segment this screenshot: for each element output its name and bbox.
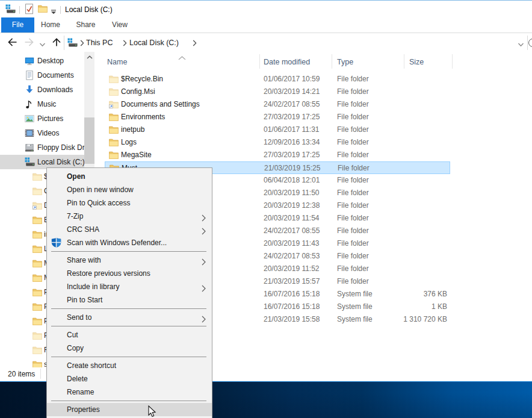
file-type: System file xyxy=(337,290,373,298)
column-separator[interactable] xyxy=(404,54,404,69)
file-date: 20/03/2019 14:21 xyxy=(264,87,320,96)
menu-item-send-to[interactable]: Send to xyxy=(47,311,212,324)
file-type: System file xyxy=(337,315,373,323)
column-separator[interactable] xyxy=(259,54,260,69)
menu-item-rename[interactable]: Rename xyxy=(47,385,212,399)
table-row[interactable]: Config.Msi20/03/2019 14:21File folder xyxy=(105,86,450,98)
menu-item-delete[interactable]: Delete xyxy=(47,372,212,385)
address-drive-icon xyxy=(67,38,78,49)
menu-item-share-with[interactable]: Share with xyxy=(47,254,212,267)
address-dropdown-chevron-icon[interactable] xyxy=(518,40,524,49)
file-name: $Recycle.Bin xyxy=(121,75,163,83)
menu-separator xyxy=(51,326,206,326)
file-type: File folder xyxy=(337,138,369,146)
menu-item-restore-previous-versions[interactable]: Restore previous versions xyxy=(47,267,212,280)
file-date: 27/03/2019 17:25 xyxy=(264,151,320,159)
file-date: 21/03/2019 15:57 xyxy=(264,277,320,285)
tab-file[interactable]: File xyxy=(1,17,34,33)
menu-item-label: Scan with Windows Defender... xyxy=(67,239,167,247)
file-name: Config.Msi xyxy=(121,87,155,96)
breadcrumb-this-pc[interactable]: This PC xyxy=(86,39,113,47)
column-header-size[interactable]: Size xyxy=(409,58,424,66)
menu-item-cut[interactable]: Cut xyxy=(47,328,212,342)
table-row[interactable]: Logs12/09/2016 13:34File folder xyxy=(105,136,450,149)
file-date: 01/06/2017 10:59 xyxy=(264,75,320,83)
breadcrumb-chevron-icon[interactable] xyxy=(80,40,84,48)
menu-item-open-in-new-window[interactable]: Open in new window xyxy=(47,183,212,196)
menu-item-include-in-library[interactable]: Include in library xyxy=(47,280,212,293)
table-row[interactable]: MegaSite27/03/2019 17:25File folder xyxy=(105,149,450,161)
recent-locations-chevron-icon[interactable] xyxy=(39,40,46,49)
column-separator[interactable] xyxy=(332,54,332,69)
table-row[interactable]: $Recycle.Bin01/06/2017 10:59File folder xyxy=(105,73,450,86)
tab-home[interactable]: Home xyxy=(37,17,64,33)
file-date: 24/02/2017 08:53 xyxy=(264,252,320,260)
menu-item-label: Open in new window xyxy=(67,186,134,194)
caret-down-icon[interactable] xyxy=(51,8,57,16)
file-type: File folder xyxy=(337,151,369,159)
file-type: File folder xyxy=(337,226,369,235)
tab-share[interactable]: Share xyxy=(72,17,99,33)
menu-item-label: CRC SHA xyxy=(67,225,99,234)
menu-item-7-zip[interactable]: 7-Zip xyxy=(47,210,212,223)
file-type: File folder xyxy=(337,87,369,96)
menu-item-label: Open xyxy=(67,172,85,181)
file-type: File folder xyxy=(337,189,369,197)
window-title: Local Disk (C:) xyxy=(65,5,113,14)
menu-item-label: Restore previous versions xyxy=(67,269,150,278)
menu-item-properties[interactable]: Properties xyxy=(47,403,212,416)
back-arrow-icon[interactable] xyxy=(7,37,18,49)
file-name: Logs xyxy=(121,138,137,146)
file-type: File folder xyxy=(338,164,370,172)
tab-view[interactable]: View xyxy=(107,17,132,33)
up-arrow-icon[interactable] xyxy=(51,37,62,49)
menu-item-create-shortcut[interactable]: Create shortcut xyxy=(47,359,212,372)
column-header-type[interactable]: Type xyxy=(337,58,353,66)
scrollbar-up-icon[interactable] xyxy=(84,52,94,62)
file-date: 20/03/2019 11:52 xyxy=(264,264,320,273)
properties-quick-icon[interactable] xyxy=(24,4,34,16)
column-separator[interactable] xyxy=(452,54,453,69)
menu-item-label: Copy xyxy=(67,344,84,352)
titlebar-separator xyxy=(19,6,20,14)
menu-item-pin-to-start[interactable]: Pin to Start xyxy=(47,293,212,307)
menu-separator xyxy=(51,357,206,357)
menu-item-crc-sha[interactable]: CRC SHA xyxy=(47,223,212,236)
file-date: 21/03/2019 15:58 xyxy=(264,315,320,323)
menu-separator xyxy=(51,251,206,252)
submenu-chevron-icon xyxy=(202,314,206,327)
file-type: File folder xyxy=(337,264,369,273)
file-type: System file xyxy=(337,302,373,311)
mouse-cursor xyxy=(148,405,156,418)
breadcrumb-chevron-icon[interactable] xyxy=(193,40,197,48)
column-header-date[interactable]: Date modified xyxy=(264,58,310,66)
column-header-name[interactable]: Name xyxy=(107,58,127,66)
file-date: 27/03/2019 17:25 xyxy=(264,113,320,121)
refresh-icon[interactable] xyxy=(528,39,532,47)
menu-item-scan-with-windows-defender[interactable]: Scan with Windows Defender... xyxy=(47,236,212,249)
table-row[interactable]: Documents and Settings24/02/2017 08:55Fi… xyxy=(105,98,450,111)
file-size: 1 310 720 KB xyxy=(370,315,447,323)
file-date: 20/03/2019 11:50 xyxy=(264,189,320,197)
menu-item-copy[interactable]: Copy xyxy=(47,342,212,355)
table-row[interactable]: inetpub01/06/2017 11:31File folder xyxy=(105,123,450,136)
forward-arrow-icon[interactable] xyxy=(23,37,35,49)
folder-icon xyxy=(109,126,119,136)
sidebar-item-desktop[interactable]: Desktop xyxy=(0,54,84,68)
folder-icon xyxy=(109,139,119,148)
file-type: File folder xyxy=(337,214,369,222)
context-menu: OpenOpen in new windowPin to Quick acces… xyxy=(46,167,212,418)
menu-item-open[interactable]: Open xyxy=(47,170,212,183)
folder-quick-icon[interactable] xyxy=(38,5,48,14)
file-type: File folder xyxy=(337,252,369,260)
menu-item-pin-to-quick-access[interactable]: Pin to Quick access xyxy=(47,196,212,210)
file-date: 16/07/2016 15:18 xyxy=(264,290,320,298)
folder-pale-icon xyxy=(109,75,119,85)
table-row[interactable]: Environments27/03/2019 17:25File folder xyxy=(105,111,450,123)
menu-item-label: Pin to Quick access xyxy=(67,199,130,207)
folder-icon xyxy=(109,113,119,123)
menu-separator xyxy=(51,308,206,309)
breadcrumb-local-disk[interactable]: Local Disk (C:) xyxy=(129,39,179,47)
breadcrumb-chevron-icon[interactable] xyxy=(123,40,127,48)
menu-item-label: Rename xyxy=(67,388,94,396)
